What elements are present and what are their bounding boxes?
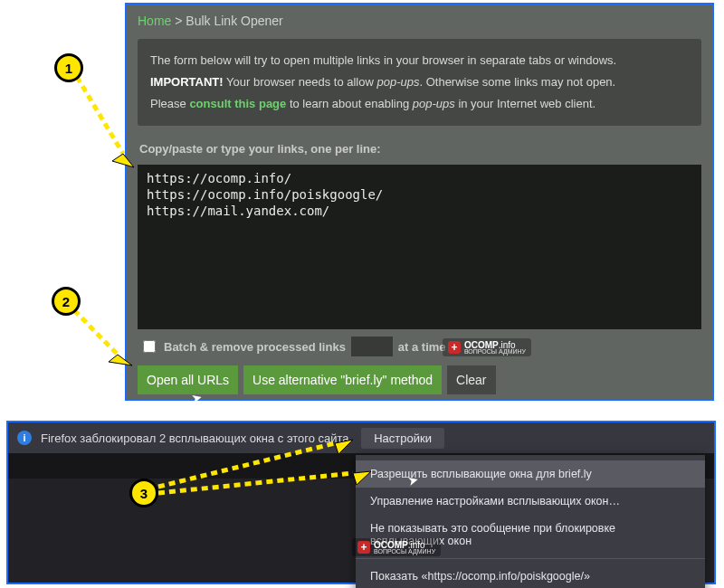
info-box: The form below will try to open multiple… [138,39,701,126]
popup-blocked-bar: i Firefox заблокировал 2 всплывающих окн… [8,422,714,453]
url-textarea[interactable]: https://ocomp.info/ https://ocomp.info/p… [138,165,701,329]
links-label: Copy/paste or type your links, one per l… [127,138,712,159]
watermark: + OCOMP.infoВОПРОСЫ АДМИНУ [443,338,531,356]
breadcrumb-home[interactable]: Home [138,14,171,28]
open-all-button[interactable]: Open all URLs [138,365,238,394]
svg-line-3 [74,310,118,355]
breadcrumb: Home > Bulk Link Opener [127,5,712,33]
badge-3: 3 [129,479,158,507]
svg-line-1 [77,77,123,154]
bulk-link-opener-panel: Home > Bulk Link Opener The form below w… [125,3,714,401]
breadcrumb-current: Bulk Link Opener [186,14,282,28]
batch-label-a: Batch & remove processed links [164,340,346,354]
menu-manage-settings[interactable]: Управление настройками всплывающих окон… [356,488,705,515]
batch-label-b: at a time [398,340,446,354]
batch-row: Batch & remove processed links at a time [127,329,712,365]
batch-count-input[interactable] [351,337,393,356]
info-line1: The form below will try to open multiple… [150,50,689,71]
info-consult: Please consult this page to learn about … [150,93,689,115]
batch-checkbox[interactable] [143,340,156,353]
clear-button[interactable]: Clear [447,365,495,394]
info-important: IMPORTANT! Your browser needs to allow p… [150,71,689,93]
plus-icon: + [448,341,461,354]
firefox-popup-panel: i Firefox заблокировал 2 всплывающих окн… [6,421,716,584]
badge-1: 1 [54,53,83,82]
button-row: Open all URLs Use alternative "brief.ly"… [127,365,712,405]
options-button[interactable]: Настройки [361,428,444,449]
consult-link[interactable]: consult this page [189,97,286,110]
menu-show-url-1[interactable]: Показать «https://ocomp.info/poiskgoogle… [356,563,705,588]
badge-2: 2 [52,287,81,316]
blocked-msg: Firefox заблокировал 2 всплывающих окна … [41,432,352,445]
info-icon: i [17,431,32,445]
alt-method-button[interactable]: Use alternative "brief.ly" method [243,365,442,394]
plus-icon: + [357,541,370,554]
watermark: + OCOMP.infoВОПРОСЫ АДМИНУ [352,538,441,556]
